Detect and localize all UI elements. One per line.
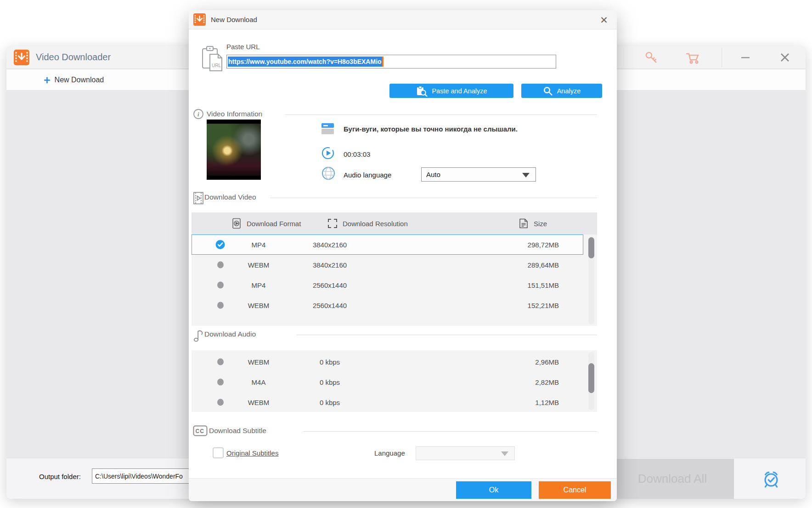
dialog-app-icon xyxy=(193,13,206,26)
section-divider xyxy=(296,335,597,335)
download-subtitle-label: Download Subtitle xyxy=(209,427,266,435)
new-download-dialog: New Download ✕ URL Paste URL https://www… xyxy=(189,10,617,501)
row-size: 152,21MB xyxy=(481,296,559,316)
ok-button[interactable]: Ok xyxy=(456,481,531,499)
row-resolution: 3840x2160 xyxy=(302,255,357,275)
audio-row-2[interactable]: M4A 0 kbps 2,82MB xyxy=(192,372,583,392)
column-size-label: Size xyxy=(534,220,547,228)
alarm-clock-icon xyxy=(761,469,781,489)
video-row-4[interactable]: WEBM 2560x1440 152,21MB xyxy=(192,295,583,315)
row-format: MP4 xyxy=(238,235,279,255)
row-format: WEBM xyxy=(238,352,279,372)
row-format: M4A xyxy=(238,372,279,393)
video-row-1[interactable]: MP4 3840x2160 298,72MB xyxy=(192,234,583,255)
globe-icon xyxy=(321,166,335,180)
chevron-down-icon xyxy=(501,451,508,456)
url-selected-text: https://www.youtube.com/watch?v=H8o3bEXA… xyxy=(228,57,382,67)
schedule-button[interactable] xyxy=(761,468,782,490)
video-format-table: Download Format Download Resolution Size xyxy=(192,212,597,326)
row-size: 289,64MB xyxy=(481,255,559,275)
radio-unselected-icon[interactable] xyxy=(215,260,225,270)
radio-unselected-icon[interactable] xyxy=(215,377,225,387)
svg-text:CC: CC xyxy=(196,428,204,434)
column-download-format: Download Format xyxy=(231,212,301,234)
analyze-icon xyxy=(543,86,553,96)
text-caret xyxy=(382,57,383,67)
output-folder-label: Output folder: xyxy=(39,473,81,480)
download-audio-section: Download Audio xyxy=(189,329,617,342)
download-all-button[interactable]: Download All xyxy=(611,459,734,499)
audio-language-label: Audio language xyxy=(344,171,391,179)
new-download-tab-label: New Download xyxy=(55,76,104,84)
row-bitrate: 0 kbps xyxy=(302,393,357,413)
audio-row-3[interactable]: WEBM 0 kbps 1,12MB xyxy=(192,392,583,412)
titlebar-divider xyxy=(722,48,722,67)
row-size: 1,12MB xyxy=(481,393,559,413)
section-divider xyxy=(285,114,597,115)
column-download-resolution: Download Resolution xyxy=(327,212,408,234)
new-download-tab[interactable]: + New Download xyxy=(44,75,104,85)
section-divider xyxy=(270,198,597,198)
cart-icon xyxy=(684,50,701,65)
register-key-button[interactable] xyxy=(642,48,661,67)
column-size: Size xyxy=(518,212,547,234)
store-button[interactable] xyxy=(683,48,702,67)
video-scrollbar-thumb[interactable] xyxy=(588,237,594,258)
audio-language-value: Auto xyxy=(426,171,440,178)
row-size: 2,96MB xyxy=(481,352,559,372)
download-audio-label: Download Audio xyxy=(204,330,256,338)
svg-text:URL: URL xyxy=(212,63,221,68)
svg-text:i: i xyxy=(197,111,199,118)
row-bitrate: 0 kbps xyxy=(302,372,357,393)
paste-and-analyze-button[interactable]: Paste and Analyze xyxy=(389,84,513,98)
original-subtitles-checkbox[interactable] xyxy=(213,447,224,458)
audio-scrollbar-track[interactable] xyxy=(588,352,594,410)
row-size: 2,82MB xyxy=(481,372,559,393)
row-size: 151,51MB xyxy=(481,275,559,296)
dialog-close-button[interactable]: ✕ xyxy=(598,14,610,27)
original-subtitles-label[interactable]: Original Subtitles xyxy=(226,449,278,457)
audio-row-1[interactable]: WEBM 0 kbps 2,96MB xyxy=(192,352,583,372)
radio-unselected-icon[interactable] xyxy=(215,301,225,310)
window-close-button[interactable] xyxy=(775,48,795,67)
minimize-icon xyxy=(739,51,751,63)
audio-scrollbar-thumb[interactable] xyxy=(588,363,594,393)
film-video-icon xyxy=(193,192,204,205)
analyze-label: Analyze xyxy=(557,87,581,95)
video-row-3[interactable]: MP4 2560x1440 151,51MB xyxy=(192,275,583,295)
row-format: MP4 xyxy=(238,275,279,296)
dialog-title: New Download xyxy=(211,16,257,23)
analyze-button[interactable]: Analyze xyxy=(521,84,602,98)
video-table-header: Download Format Download Resolution Size xyxy=(192,212,597,234)
output-folder-input[interactable] xyxy=(92,468,196,484)
minimize-button[interactable] xyxy=(736,48,755,67)
format-icon xyxy=(231,218,242,229)
subtitle-language-dropdown[interactable] xyxy=(416,446,515,460)
video-duration: 00:03:03 xyxy=(344,150,370,158)
radio-unselected-icon[interactable] xyxy=(215,357,225,367)
download-subtitle-section: CC Download Subtitle xyxy=(189,425,617,438)
row-format: WEBM xyxy=(238,296,279,316)
thumbnail-image xyxy=(207,124,261,176)
audio-language-dropdown[interactable]: Auto xyxy=(421,167,536,182)
key-icon xyxy=(643,50,659,65)
paste-analyze-icon xyxy=(416,86,428,97)
video-title-icon xyxy=(321,123,334,135)
download-video-label: Download Video xyxy=(204,193,256,201)
video-row-2[interactable]: WEBM 3840x2160 289,64MB xyxy=(192,255,583,275)
cancel-button[interactable]: Cancel xyxy=(539,481,611,499)
plus-icon: + xyxy=(44,75,51,85)
paste-and-analyze-label: Paste and Analyze xyxy=(432,87,487,95)
column-resolution-label: Download Resolution xyxy=(343,220,408,228)
row-size: 298,72MB xyxy=(481,235,559,255)
url-input[interactable]: https://www.youtube.com/watch?v=H8o3bEXA… xyxy=(226,55,556,68)
section-divider xyxy=(303,431,597,432)
dialog-footer: Ok Cancel xyxy=(189,478,617,501)
video-scrollbar-track[interactable] xyxy=(588,236,594,324)
radio-unselected-icon[interactable] xyxy=(215,398,225,407)
download-video-section: Download Video xyxy=(189,192,617,205)
radio-selected-icon[interactable] xyxy=(215,240,225,250)
radio-unselected-icon[interactable] xyxy=(215,280,225,290)
chevron-down-icon xyxy=(522,173,530,177)
column-format-label: Download Format xyxy=(247,220,301,228)
